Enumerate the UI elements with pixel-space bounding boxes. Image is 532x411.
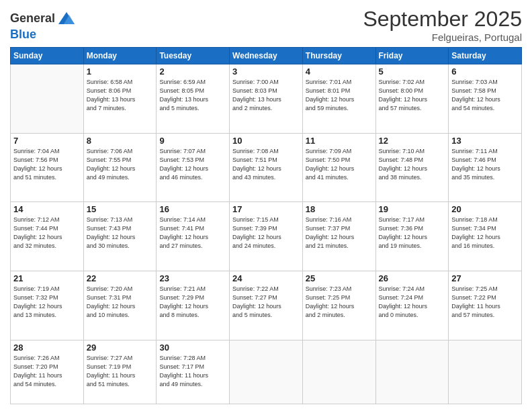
table-cell: [302, 340, 375, 404]
col-friday: Friday: [375, 48, 449, 64]
week-row-3: 14Sunrise: 7:12 AM Sunset: 7:44 PM Dayli…: [11, 202, 522, 271]
day-info: Sunrise: 7:27 AM Sunset: 7:19 PM Dayligh…: [87, 354, 154, 389]
day-number: 14: [13, 204, 81, 214]
table-cell: 25Sunrise: 7:23 AM Sunset: 7:25 PM Dayli…: [302, 271, 375, 340]
table-cell: 9Sunrise: 7:07 AM Sunset: 7:53 PM Daylig…: [157, 133, 230, 202]
day-number: 24: [232, 273, 300, 283]
day-number: 25: [306, 273, 373, 283]
day-number: 18: [306, 204, 373, 214]
week-row-1: 1Sunrise: 6:58 AM Sunset: 8:06 PM Daylig…: [11, 64, 522, 134]
title-block: September 2025 Felgueiras, Portugal: [363, 7, 522, 43]
col-monday: Monday: [83, 48, 157, 64]
day-number: 7: [13, 136, 81, 146]
day-number: 21: [13, 273, 81, 283]
day-number: 23: [159, 273, 226, 283]
table-cell: 11Sunrise: 7:09 AM Sunset: 7:50 PM Dayli…: [302, 133, 375, 202]
day-number: 15: [87, 204, 154, 214]
table-cell: [11, 64, 84, 134]
day-number: 26: [379, 273, 446, 283]
day-info: Sunrise: 7:20 AM Sunset: 7:31 PM Dayligh…: [87, 285, 154, 320]
day-info: Sunrise: 7:21 AM Sunset: 7:29 PM Dayligh…: [159, 285, 226, 320]
table-cell: 18Sunrise: 7:16 AM Sunset: 7:37 PM Dayli…: [302, 202, 375, 271]
table-cell: 17Sunrise: 7:15 AM Sunset: 7:39 PM Dayli…: [230, 202, 303, 271]
table-cell: 23Sunrise: 7:21 AM Sunset: 7:29 PM Dayli…: [157, 271, 230, 340]
table-cell: 1Sunrise: 6:58 AM Sunset: 8:06 PM Daylig…: [83, 64, 157, 134]
day-number: 29: [87, 342, 154, 353]
day-info: Sunrise: 7:13 AM Sunset: 7:43 PM Dayligh…: [87, 216, 154, 250]
day-info: Sunrise: 7:09 AM Sunset: 7:50 PM Dayligh…: [306, 147, 373, 182]
table-cell: 7Sunrise: 7:04 AM Sunset: 7:56 PM Daylig…: [11, 133, 84, 202]
week-row-5: 28Sunrise: 7:26 AM Sunset: 7:20 PM Dayli…: [11, 340, 522, 404]
table-cell: 16Sunrise: 7:14 AM Sunset: 7:41 PM Dayli…: [157, 202, 230, 271]
day-number: 10: [232, 136, 300, 146]
day-number: 2: [159, 66, 226, 77]
table-cell: 19Sunrise: 7:17 AM Sunset: 7:36 PM Dayli…: [375, 202, 449, 271]
day-number: 16: [159, 204, 226, 214]
table-cell: 4Sunrise: 7:01 AM Sunset: 8:01 PM Daylig…: [302, 64, 375, 134]
day-number: 12: [379, 136, 446, 146]
day-info: Sunrise: 7:12 AM Sunset: 7:44 PM Dayligh…: [13, 216, 81, 250]
logo-blue: Blue: [10, 28, 36, 41]
day-info: Sunrise: 7:14 AM Sunset: 7:41 PM Dayligh…: [159, 216, 226, 250]
day-info: Sunrise: 7:15 AM Sunset: 7:39 PM Dayligh…: [232, 216, 300, 250]
header: General Blue September 2025 Felgueiras, …: [10, 7, 522, 43]
table-cell: 30Sunrise: 7:28 AM Sunset: 7:17 PM Dayli…: [157, 340, 230, 404]
day-number: 4: [306, 66, 373, 77]
day-info: Sunrise: 7:24 AM Sunset: 7:24 PM Dayligh…: [379, 285, 446, 320]
day-number: 13: [451, 136, 519, 146]
logo-text-block: General Blue: [10, 9, 76, 42]
day-info: Sunrise: 7:25 AM Sunset: 7:22 PM Dayligh…: [451, 285, 519, 320]
table-cell: 26Sunrise: 7:24 AM Sunset: 7:24 PM Dayli…: [375, 271, 449, 340]
table-cell: 5Sunrise: 7:02 AM Sunset: 8:00 PM Daylig…: [375, 64, 449, 134]
week-row-2: 7Sunrise: 7:04 AM Sunset: 7:56 PM Daylig…: [11, 133, 522, 202]
day-info: Sunrise: 7:22 AM Sunset: 7:27 PM Dayligh…: [232, 285, 300, 320]
day-number: 20: [451, 204, 519, 214]
day-number: 17: [232, 204, 300, 214]
col-tuesday: Tuesday: [157, 48, 230, 64]
day-info: Sunrise: 7:02 AM Sunset: 8:00 PM Dayligh…: [379, 78, 446, 113]
day-info: Sunrise: 7:17 AM Sunset: 7:36 PM Dayligh…: [379, 216, 446, 250]
location: Felgueiras, Portugal: [363, 32, 522, 43]
day-number: 28: [13, 342, 81, 353]
day-info: Sunrise: 7:06 AM Sunset: 7:55 PM Dayligh…: [87, 147, 154, 182]
day-number: 6: [451, 66, 519, 77]
day-info: Sunrise: 7:19 AM Sunset: 7:32 PM Dayligh…: [13, 285, 81, 320]
table-cell: 20Sunrise: 7:18 AM Sunset: 7:34 PM Dayli…: [449, 202, 522, 271]
col-wednesday: Wednesday: [230, 48, 303, 64]
col-saturday: Saturday: [449, 48, 522, 64]
day-number: 22: [87, 273, 154, 283]
day-number: 3: [232, 66, 300, 77]
table-cell: 13Sunrise: 7:11 AM Sunset: 7:46 PM Dayli…: [449, 133, 522, 202]
table-cell: 28Sunrise: 7:26 AM Sunset: 7:20 PM Dayli…: [11, 340, 84, 404]
month-title: September 2025: [363, 7, 522, 32]
table-cell: 8Sunrise: 7:06 AM Sunset: 7:55 PM Daylig…: [83, 133, 157, 202]
table-cell: 21Sunrise: 7:19 AM Sunset: 7:32 PM Dayli…: [11, 271, 84, 340]
table-cell: 29Sunrise: 7:27 AM Sunset: 7:19 PM Dayli…: [83, 340, 157, 404]
day-number: 9: [159, 136, 226, 146]
day-info: Sunrise: 7:18 AM Sunset: 7:34 PM Dayligh…: [451, 216, 519, 250]
table-cell: [375, 340, 449, 404]
table-cell: 3Sunrise: 7:00 AM Sunset: 8:03 PM Daylig…: [230, 64, 303, 134]
day-info: Sunrise: 7:16 AM Sunset: 7:37 PM Dayligh…: [306, 216, 373, 250]
col-thursday: Thursday: [302, 48, 375, 64]
table-cell: 27Sunrise: 7:25 AM Sunset: 7:22 PM Dayli…: [449, 271, 522, 340]
day-info: Sunrise: 7:08 AM Sunset: 7:51 PM Dayligh…: [232, 147, 300, 182]
logo-icon: [57, 9, 76, 28]
table-cell: 22Sunrise: 7:20 AM Sunset: 7:31 PM Dayli…: [83, 271, 157, 340]
day-info: Sunrise: 7:28 AM Sunset: 7:17 PM Dayligh…: [159, 354, 226, 389]
day-info: Sunrise: 7:03 AM Sunset: 7:58 PM Dayligh…: [451, 78, 519, 113]
table-cell: [449, 340, 522, 404]
day-info: Sunrise: 6:58 AM Sunset: 8:06 PM Dayligh…: [87, 78, 154, 113]
logo-general: General: [10, 12, 55, 26]
calendar-table: Sunday Monday Tuesday Wednesday Thursday…: [10, 47, 522, 404]
day-info: Sunrise: 7:26 AM Sunset: 7:20 PM Dayligh…: [13, 354, 81, 389]
day-info: Sunrise: 7:01 AM Sunset: 8:01 PM Dayligh…: [306, 78, 373, 113]
day-number: 5: [379, 66, 446, 77]
page: General Blue September 2025 Felgueiras, …: [0, 0, 532, 411]
logo: General Blue: [10, 9, 76, 42]
day-info: Sunrise: 7:00 AM Sunset: 8:03 PM Dayligh…: [232, 78, 300, 113]
day-number: 1: [87, 66, 154, 77]
day-number: 30: [159, 342, 226, 353]
table-cell: [230, 340, 303, 404]
day-number: 11: [306, 136, 373, 146]
